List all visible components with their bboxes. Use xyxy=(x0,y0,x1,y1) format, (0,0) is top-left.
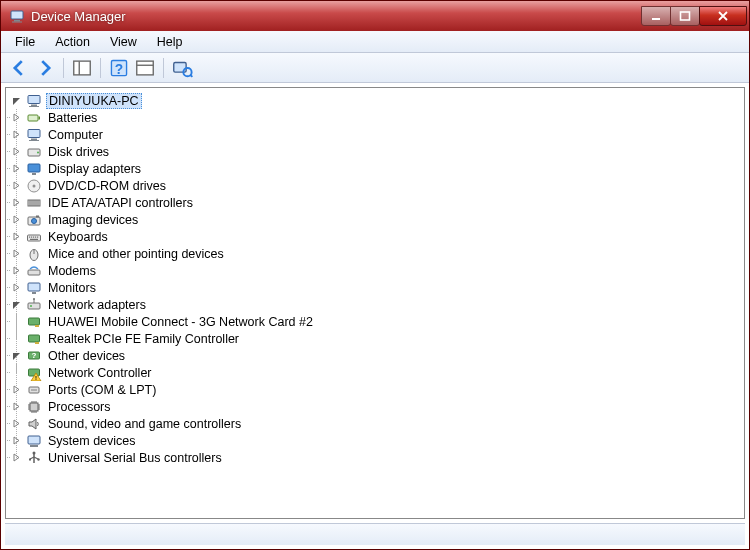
tree-item-label: Other devices xyxy=(46,349,127,363)
tree-item-label: Monitors xyxy=(46,281,98,295)
tree-item[interactable]: Universal Serial Bus controllers xyxy=(10,449,744,466)
expand-icon[interactable] xyxy=(10,180,22,192)
expand-icon[interactable] xyxy=(10,231,22,243)
tree-item-label: Modems xyxy=(46,264,98,278)
tree-item[interactable]: Network Controller xyxy=(10,364,744,381)
tree-item[interactable]: Ports (COM & LPT) xyxy=(10,381,744,398)
svg-rect-2 xyxy=(12,22,22,23)
statusbar xyxy=(5,523,745,545)
expand-icon[interactable] xyxy=(10,418,22,430)
toolbar-separator xyxy=(100,58,101,78)
tree-item[interactable]: Monitors xyxy=(10,279,744,296)
menu-view[interactable]: View xyxy=(100,33,147,51)
tree-item[interactable]: Computer xyxy=(10,126,744,143)
svg-rect-3 xyxy=(652,18,660,20)
device-tree: DINIYUUKA-PCBatteriesComputerDisk drives… xyxy=(10,92,744,466)
expand-icon[interactable] xyxy=(10,248,22,260)
menu-action[interactable]: Action xyxy=(45,33,100,51)
menu-file[interactable]: File xyxy=(5,33,45,51)
properties-button[interactable] xyxy=(133,56,157,80)
svg-rect-9 xyxy=(137,61,154,75)
tree-item[interactable]: Modems xyxy=(10,262,744,279)
tree-item[interactable]: HUAWEI Mobile Connect - 3G Network Card … xyxy=(10,313,744,330)
tree-item[interactable]: Mice and other pointing devices xyxy=(10,245,744,262)
maximize-button[interactable] xyxy=(670,6,700,26)
device-manager-window: Device Manager File Action View Help ? D… xyxy=(0,0,750,550)
titlebar[interactable]: Device Manager xyxy=(1,1,749,31)
expand-icon[interactable] xyxy=(10,197,22,209)
toolbar: ? xyxy=(1,53,749,83)
expand-icon[interactable] xyxy=(10,146,22,158)
expand-icon[interactable] xyxy=(10,95,22,107)
expand-icon[interactable] xyxy=(10,112,22,124)
expand-icon[interactable] xyxy=(10,350,22,362)
tree-item-label: Computer xyxy=(46,128,105,142)
window-title: Device Manager xyxy=(31,9,642,24)
tree-item[interactable]: Disk drives xyxy=(10,143,744,160)
imaging-icon xyxy=(26,212,42,228)
nic-icon xyxy=(26,314,42,330)
tree-item[interactable]: Display adapters xyxy=(10,160,744,177)
expand-icon[interactable] xyxy=(10,384,22,396)
expand-icon[interactable] xyxy=(10,163,22,175)
expand-icon[interactable] xyxy=(10,435,22,447)
tree-item[interactable]: Batteries xyxy=(10,109,744,126)
show-hide-tree-button[interactable] xyxy=(70,56,94,80)
keyboard-icon xyxy=(26,229,42,245)
expand-icon[interactable] xyxy=(10,129,22,141)
warning-icon xyxy=(26,365,42,381)
expand-icon[interactable] xyxy=(10,265,22,277)
tree-item[interactable]: Sound, video and game controllers xyxy=(10,415,744,432)
disk-icon xyxy=(26,144,42,160)
minimize-button[interactable] xyxy=(641,6,671,26)
tree-item-label: Imaging devices xyxy=(46,213,140,227)
help-button[interactable]: ? xyxy=(107,56,131,80)
svg-text:?: ? xyxy=(115,61,123,76)
tree-item[interactable]: Network adapters xyxy=(10,296,744,313)
expand-icon[interactable] xyxy=(10,299,22,311)
mouse-icon xyxy=(26,246,42,262)
expand-icon[interactable] xyxy=(10,282,22,294)
expand-icon[interactable] xyxy=(10,401,22,413)
tree-item-label: Realtek PCIe FE Family Controller xyxy=(46,332,241,346)
menu-help[interactable]: Help xyxy=(147,33,193,51)
computer-icon xyxy=(26,93,42,109)
tree-item-label: Network Controller xyxy=(46,366,154,380)
tree-item[interactable]: Imaging devices xyxy=(10,211,744,228)
tree-item-label: Keyboards xyxy=(46,230,110,244)
expand-icon[interactable] xyxy=(10,214,22,226)
tree-item[interactable]: Realtek PCIe FE Family Controller xyxy=(10,330,744,347)
tree-item[interactable]: Processors xyxy=(10,398,744,415)
tree-item-label: Network adapters xyxy=(46,298,148,312)
tree-item-label: Universal Serial Bus controllers xyxy=(46,451,224,465)
nic-icon xyxy=(26,331,42,347)
tree-item[interactable]: IDE ATA/ATAPI controllers xyxy=(10,194,744,211)
forward-button[interactable] xyxy=(33,56,57,80)
tree-item[interactable]: Other devices xyxy=(10,347,744,364)
window-buttons xyxy=(642,6,747,26)
close-button[interactable] xyxy=(699,6,747,26)
tree-item-label: Processors xyxy=(46,400,113,414)
ide-icon xyxy=(26,195,42,211)
svg-line-13 xyxy=(190,74,192,76)
tree-item-label: Mice and other pointing devices xyxy=(46,247,226,261)
other-icon xyxy=(26,348,42,364)
svg-rect-4 xyxy=(681,12,690,20)
tree-item-label: DINIYUUKA-PC xyxy=(46,93,142,109)
tree-item-label: Disk drives xyxy=(46,145,111,159)
menubar: File Action View Help xyxy=(1,31,749,53)
device-tree-panel[interactable]: DINIYUUKA-PCBatteriesComputerDisk drives… xyxy=(5,87,745,519)
tree-item[interactable]: System devices xyxy=(10,432,744,449)
tree-item[interactable]: DVD/CD-ROM drives xyxy=(10,177,744,194)
svg-rect-0 xyxy=(11,11,23,19)
modem-icon xyxy=(26,263,42,279)
expand-icon[interactable] xyxy=(10,452,22,464)
tree-item-label: DVD/CD-ROM drives xyxy=(46,179,168,193)
cpu-icon xyxy=(26,399,42,415)
display-icon xyxy=(26,161,42,177)
tree-item[interactable]: Keyboards xyxy=(10,228,744,245)
scan-hardware-button[interactable] xyxy=(170,56,194,80)
tree-item[interactable]: DINIYUUKA-PC xyxy=(10,92,744,109)
back-button[interactable] xyxy=(7,56,31,80)
svg-rect-1 xyxy=(14,20,20,22)
